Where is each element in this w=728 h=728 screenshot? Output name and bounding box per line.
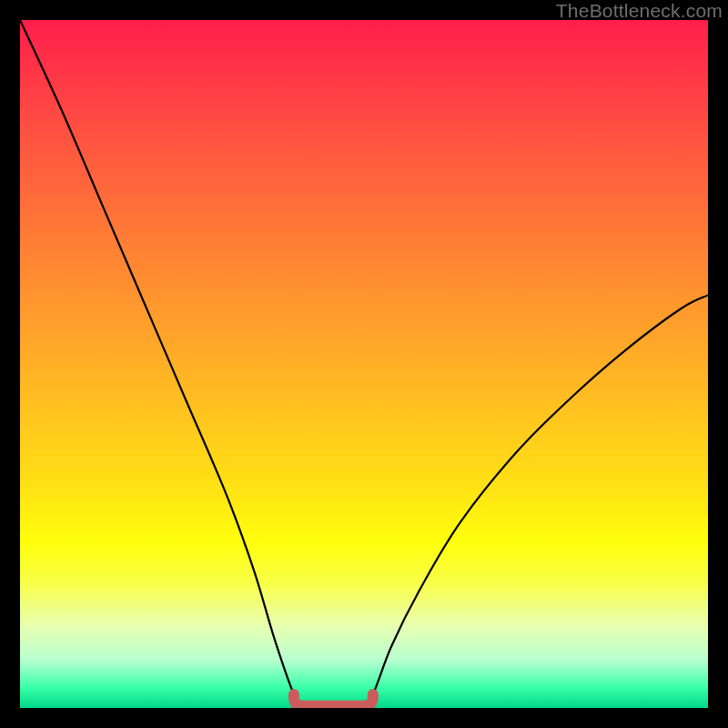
min-bracket <box>294 694 373 706</box>
curve-right <box>364 295 708 703</box>
curve-plot <box>20 20 708 708</box>
watermark-text: TheBottleneck.com <box>556 0 723 22</box>
curve-left <box>20 20 302 703</box>
